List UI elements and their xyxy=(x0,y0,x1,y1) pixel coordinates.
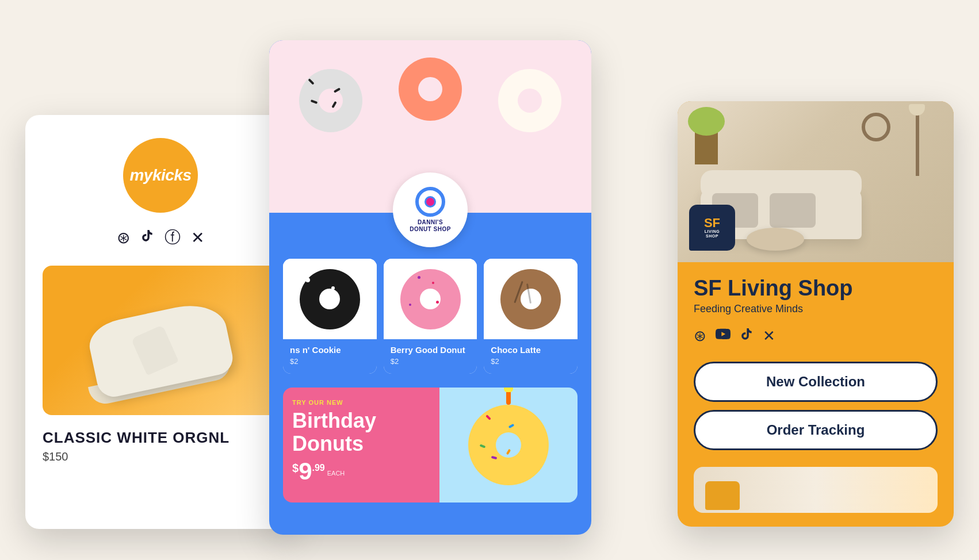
donut-card: DANNI'S DONUT SHOP ns n' Cookie xyxy=(269,40,591,535)
sf-youtube-icon[interactable] xyxy=(716,327,731,346)
sf-chair xyxy=(705,481,740,510)
promo-tag: TRY OUR NEW xyxy=(292,399,430,406)
item-1-price: $2 xyxy=(290,357,370,366)
deco-donut-1 xyxy=(299,69,362,132)
shoe-tongue xyxy=(131,325,179,375)
donut-item-1[interactable]: ns n' Cookie $2 xyxy=(283,259,377,374)
instagram-icon[interactable]: ⊛ xyxy=(117,228,130,247)
facebook-icon[interactable]: ⓕ xyxy=(165,227,181,248)
sf-tiktok-icon[interactable] xyxy=(740,327,754,345)
mykicks-logo-text: mykicks xyxy=(129,166,191,185)
sf-instagram-icon[interactable]: ⊛ xyxy=(694,327,706,345)
order-tracking-button[interactable]: Order Tracking xyxy=(694,410,938,450)
sf-room2-visual xyxy=(694,467,938,513)
promo-title: BirthdayDonuts xyxy=(292,409,430,455)
sf-social-row: ⊛ ✕ xyxy=(694,327,938,346)
deco-donut-3 xyxy=(498,69,561,132)
sf-living-card: SF LIVINGSHOP SF Living Shop Feeding Cre… xyxy=(678,101,954,527)
mykicks-product-image xyxy=(43,266,278,415)
sf-lamp xyxy=(916,107,919,176)
sf-content: SF Living Shop Feeding Creative Minds ⊛ … xyxy=(678,262,954,527)
sf-logo-sub: LIVINGSHOP xyxy=(705,229,720,239)
birthday-donut xyxy=(468,405,549,485)
promo-left: TRY OUR NEW BirthdayDonuts $ 9 .99 EACH xyxy=(283,388,439,503)
mykicks-logo: mykicks xyxy=(123,138,198,213)
x-twitter-icon[interactable]: ✕ xyxy=(191,228,204,247)
donut-top-section: DANNI'S DONUT SHOP xyxy=(269,40,591,213)
item-3-price: $2 xyxy=(491,357,571,366)
promo-dollar: $ xyxy=(292,462,299,475)
sf-lamp-shade xyxy=(909,104,925,116)
item-2-name: Berry Good Donut xyxy=(391,345,471,355)
sf-table xyxy=(747,228,804,251)
sf-plant-leaves xyxy=(688,107,725,136)
mykicks-social-row: ⊛ ⓕ ✕ xyxy=(117,227,204,248)
item-3-name: Choco Latte xyxy=(491,345,571,355)
sf-room-image: SF LIVINGSHOP xyxy=(678,101,954,262)
item-1-name: ns n' Cookie xyxy=(290,345,370,355)
scene: mykicks ⊛ ⓕ ✕ CLAS xyxy=(0,0,979,560)
new-collection-button[interactable]: New Collection xyxy=(694,362,938,402)
donut-logo-ring xyxy=(415,187,445,217)
sf-bottom-room-peek xyxy=(694,467,938,513)
sf-cushion-2 xyxy=(770,193,816,228)
promo-each: EACH xyxy=(327,470,345,477)
donut-logo: DANNI'S DONUT SHOP xyxy=(393,172,468,247)
donut-promo-section: TRY OUR NEW BirthdayDonuts $ 9 .99 EACH xyxy=(283,388,578,503)
candle-flame xyxy=(504,388,513,392)
item-2-price: $2 xyxy=(391,357,471,366)
donut-logo-name: DANNI'S DONUT SHOP xyxy=(410,219,451,233)
shoe-body xyxy=(85,298,236,400)
candle xyxy=(506,388,511,405)
promo-cents: .99 xyxy=(312,463,324,473)
tiktok-icon[interactable] xyxy=(140,228,154,247)
decorative-donuts xyxy=(269,52,591,115)
donut-item-3[interactable]: Choco Latte $2 xyxy=(484,259,578,374)
promo-price-big: 9 xyxy=(299,459,312,484)
product-title: CLASSIC WHITE ORGNL xyxy=(43,429,230,447)
promo-right xyxy=(439,388,578,503)
sf-logo-badge: SF LIVINGSHOP xyxy=(689,205,735,251)
sf-wall-art xyxy=(862,113,890,141)
donut-logo-inner xyxy=(425,196,436,208)
promo-price-row: $ 9 .99 EACH xyxy=(292,459,430,484)
sf-logo-text: SF xyxy=(704,217,720,229)
deco-donut-2 xyxy=(399,57,462,121)
product-price: $150 xyxy=(43,450,68,463)
donut-item-2[interactable]: Berry Good Donut $2 xyxy=(384,259,477,374)
sf-tagline: Feeding Creative Minds xyxy=(694,303,938,315)
sf-shop-name: SF Living Shop xyxy=(694,276,938,301)
mykicks-card: mykicks ⊛ ⓕ ✕ CLAS xyxy=(25,115,296,529)
sf-x-icon[interactable]: ✕ xyxy=(763,327,775,345)
